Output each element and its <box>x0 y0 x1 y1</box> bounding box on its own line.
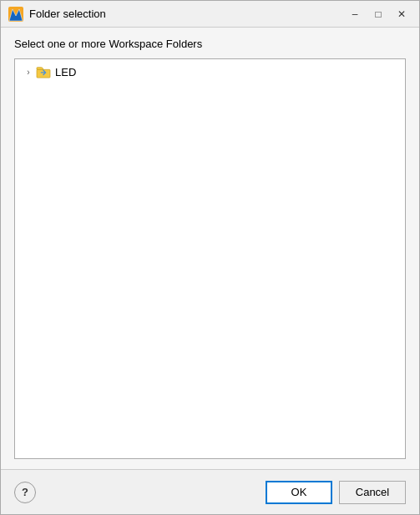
window-title: Folder selection <box>29 8 344 20</box>
folder-icon <box>35 65 52 78</box>
expand-icon[interactable]: › <box>22 65 35 78</box>
bottom-bar: ? OK Cancel <box>1 469 419 514</box>
minimize-button[interactable]: – <box>344 5 366 23</box>
help-button[interactable]: ? <box>14 482 36 503</box>
tree-item-led[interactable]: › LED <box>18 63 402 81</box>
close-button[interactable]: ✕ <box>391 5 412 23</box>
title-bar: Folder selection – □ ✕ <box>1 1 419 28</box>
tree-item-label: LED <box>55 66 76 78</box>
folder-tree[interactable]: › LED <box>14 58 406 459</box>
dialog-buttons: OK Cancel <box>266 481 406 504</box>
dialog-window: Folder selection – □ ✕ Select one or mor… <box>0 0 420 515</box>
dialog-content: Select one or more Workspace Folders › L… <box>1 28 419 469</box>
cancel-button[interactable]: Cancel <box>339 481 406 504</box>
title-bar-controls: – □ ✕ <box>344 5 412 23</box>
app-icon <box>8 6 24 23</box>
maximize-button[interactable]: □ <box>367 5 389 23</box>
instruction-label: Select one or more Workspace Folders <box>14 38 406 50</box>
ok-button[interactable]: OK <box>266 481 332 504</box>
